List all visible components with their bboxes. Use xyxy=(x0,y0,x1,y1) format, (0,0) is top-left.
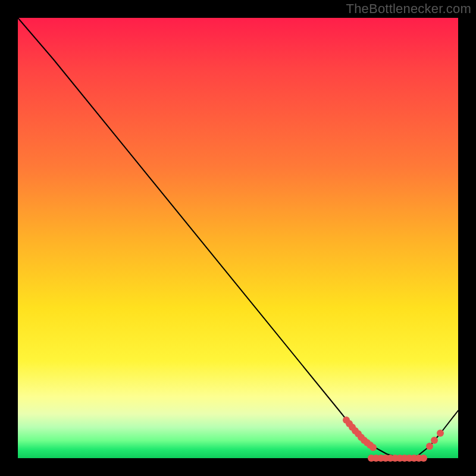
watermark-text: TheBottlenecker.com xyxy=(346,1,471,17)
data-point-marker xyxy=(426,443,433,450)
plot-svg xyxy=(18,18,458,458)
marker-cluster xyxy=(343,416,444,462)
chart-frame: TheBottlenecker.com xyxy=(0,0,476,476)
plot-area xyxy=(18,18,458,458)
data-point-marker xyxy=(369,444,377,451)
bottleneck-curve xyxy=(18,18,458,458)
data-point-marker xyxy=(437,430,444,437)
data-point-marker xyxy=(420,455,427,462)
data-point-marker xyxy=(431,437,438,444)
